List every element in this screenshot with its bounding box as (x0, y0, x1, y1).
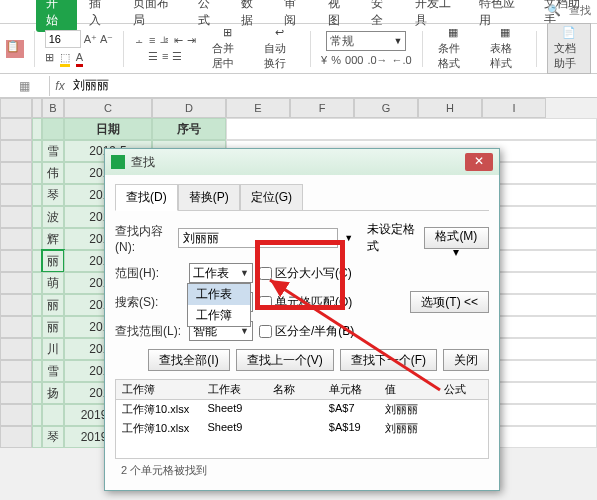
ribbon-bar: 📋 A⁺ A⁻ ⊞ ⬚ A ⫠ ≡ ⫡ ⇤ ⇥ ☰ ≡ ☰ ⊞ 合并居中 (0, 24, 597, 74)
format-button[interactable]: 格式(M) ▾ (424, 227, 489, 249)
ribbon-tab-insert[interactable]: 插入 (79, 0, 120, 32)
corner-cell[interactable] (0, 98, 32, 118)
currency-icon[interactable]: ¥ (321, 54, 327, 66)
scope-dropdown: 工作表 工作簿 (187, 283, 251, 327)
res-col-formula[interactable]: 公式 (438, 380, 488, 399)
formula-input[interactable]: 刘丽丽 (70, 74, 597, 97)
merge-center-button[interactable]: ⊞ 合并居中 (206, 24, 248, 73)
dec-inc-icon[interactable]: .0→ (367, 54, 387, 66)
cell[interactable]: 波 (42, 206, 64, 228)
col-header[interactable]: E (226, 98, 290, 118)
ribbon-tab-security[interactable]: 安全 (361, 0, 402, 32)
fill-color-icon[interactable]: ⬚ (60, 51, 70, 67)
case-checkbox[interactable] (259, 267, 272, 280)
align-right-icon[interactable]: ☰ (172, 50, 182, 63)
dec-dec-icon[interactable]: ←.0 (392, 54, 412, 66)
align-bot-icon[interactable]: ⫡ (159, 34, 170, 47)
find-scope-label: 查找范围(L): (115, 323, 183, 340)
tab-goto[interactable]: 定位(G) (240, 184, 303, 211)
ribbon-search-label: 查找 (569, 3, 591, 18)
scope-option-workbook[interactable]: 工作簿 (188, 305, 250, 326)
col-header[interactable]: G (354, 98, 418, 118)
scope-option-sheet[interactable]: 工作表 (188, 284, 250, 305)
indent-dec-icon[interactable]: ⇤ (174, 34, 183, 47)
results-list: 工作簿 工作表 名称 单元格 值 公式 工作簿10.xlsxSheet9$A$7… (115, 379, 489, 459)
search-dir-label: 搜索(S): (115, 294, 183, 311)
col-header[interactable]: B (42, 98, 64, 118)
comma-icon[interactable]: 000 (345, 54, 363, 66)
cell[interactable]: 丽 (42, 294, 64, 316)
res-col-name[interactable]: 名称 (267, 380, 323, 399)
tab-find[interactable]: 查找(D) (115, 184, 178, 211)
cell[interactable]: 琴 (42, 184, 64, 206)
inc-font-icon[interactable]: A⁺ (84, 33, 97, 46)
wps-icon (111, 155, 125, 169)
find-dialog: 查找 ✕ 查找(D) 替换(P) 定位(G) 查找内容(N): ▼ 未设定格式 … (104, 148, 500, 491)
merge-icon: ⊞ (223, 26, 232, 39)
res-col-cell[interactable]: 单元格 (323, 380, 379, 399)
cell[interactable]: 丽 (42, 250, 64, 272)
options-button[interactable]: 选项(T) << (410, 291, 489, 313)
border-icon[interactable]: ⊞ (45, 51, 54, 67)
align-top-icon[interactable]: ⫠ (134, 34, 145, 47)
scope-combo[interactable]: 工作表▼ (189, 263, 253, 283)
search-icon[interactable]: 🔍 (547, 4, 561, 17)
fullwidth-checkbox[interactable] (259, 325, 272, 338)
number-format-combo[interactable]: 常规▼ (326, 31, 406, 51)
ribbon-tab-layout[interactable]: 页面布局 (123, 0, 186, 32)
cell[interactable]: 辉 (42, 228, 64, 250)
cell[interactable]: 琴 (42, 426, 64, 448)
cell[interactable]: 扬 (42, 382, 64, 404)
cell[interactable]: 雪 (42, 140, 64, 162)
res-col-value[interactable]: 值 (379, 380, 439, 399)
cell[interactable]: 萌 (42, 272, 64, 294)
col-header[interactable]: F (290, 98, 354, 118)
font-size-input[interactable] (45, 30, 81, 48)
close-dialog-button[interactable]: 关闭 (443, 349, 489, 371)
table-style-button[interactable]: ▦ 表格样式 (484, 24, 526, 73)
find-next-button[interactable]: 查找下一个(F) (340, 349, 437, 371)
col-header[interactable] (32, 98, 42, 118)
cond-format-button[interactable]: ▦ 条件格式 (432, 24, 474, 73)
results-status: 2 个单元格被找到 (115, 459, 489, 482)
close-button[interactable]: ✕ (465, 153, 493, 171)
indent-inc-icon[interactable]: ⇥ (187, 34, 196, 47)
dialog-titlebar[interactable]: 查找 ✕ (105, 149, 499, 175)
font-color-icon[interactable]: A (76, 51, 83, 67)
cell[interactable]: 伟 (42, 162, 64, 184)
find-content-input[interactable] (178, 228, 338, 248)
res-col-workbook[interactable]: 工作簿 (116, 380, 202, 399)
col-header[interactable]: I (482, 98, 546, 118)
cell[interactable] (42, 404, 64, 426)
align-mid-icon[interactable]: ≡ (149, 34, 155, 47)
wrap-icon: ↩ (275, 26, 284, 39)
doc-helper-button[interactable]: 📄 文档助手 (547, 23, 591, 74)
name-box[interactable]: ▦ (0, 76, 50, 96)
no-format-label: 未设定格式 (367, 221, 418, 255)
autowrap-button[interactable]: ↩ 自动换行 (258, 24, 300, 73)
col-header[interactable]: D (152, 98, 226, 118)
find-prev-button[interactable]: 查找上一个(V) (236, 349, 334, 371)
table-style-icon: ▦ (500, 26, 510, 39)
cell-match-checkbox[interactable] (259, 296, 272, 309)
align-center-icon[interactable]: ≡ (162, 50, 168, 63)
ribbon-tab-view[interactable]: 视图 (318, 0, 359, 32)
col-header[interactable]: C (64, 98, 152, 118)
cell[interactable]: 雪 (42, 360, 64, 382)
scope-label: 范围(H): (115, 265, 183, 282)
ribbon-tab-start[interactable]: 开始 (36, 0, 77, 32)
result-row[interactable]: 工作簿10.xlsxSheet9$A$7刘丽丽 (116, 400, 488, 419)
find-all-button[interactable]: 查找全部(I) (148, 349, 229, 371)
tab-replace[interactable]: 替换(P) (178, 184, 240, 211)
percent-icon[interactable]: % (331, 54, 341, 66)
dec-font-icon[interactable]: A⁻ (100, 33, 113, 46)
cell[interactable]: 川 (42, 338, 64, 360)
result-row[interactable]: 工作簿10.xlsxSheet9$A$19刘丽丽 (116, 419, 488, 438)
paste-icon[interactable]: 📋 (6, 40, 24, 58)
cell[interactable]: 丽 (42, 316, 64, 338)
fx-label[interactable]: fx (50, 79, 70, 93)
col-header[interactable]: H (418, 98, 482, 118)
align-left-icon[interactable]: ☰ (148, 50, 158, 63)
res-col-worksheet[interactable]: 工作表 (202, 380, 268, 399)
find-content-label: 查找内容(N): (115, 223, 172, 254)
